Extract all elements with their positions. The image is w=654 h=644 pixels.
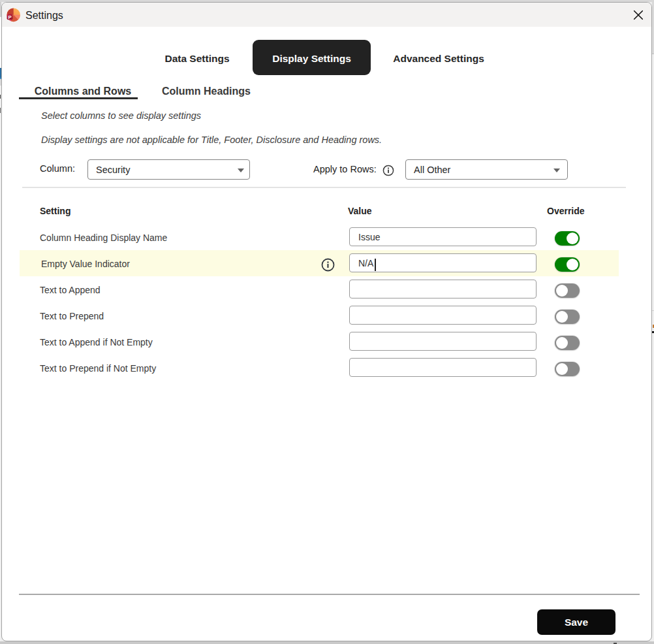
svg-text:P: P [8, 14, 11, 20]
